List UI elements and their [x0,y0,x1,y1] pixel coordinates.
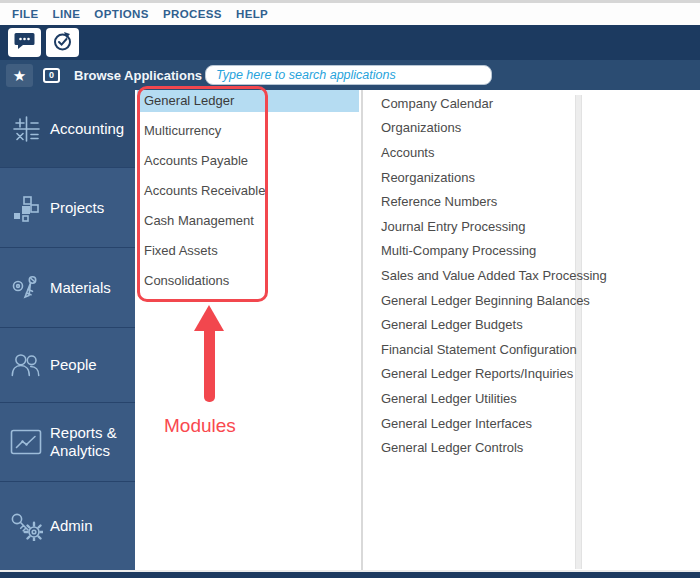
annotation-arrow-icon [194,305,224,331]
counter-badge[interactable]: 0 [43,68,60,83]
menu-item-company-calendar[interactable]: Company Calendar [363,91,575,116]
sidebar-item-label: Admin [50,517,93,535]
menu-item-organizations[interactable]: Organizations [363,116,575,141]
menu-bar: FILE LINE OPTIONS PROCESS HELP [0,3,700,25]
annotation-label: Modules [164,415,236,437]
sidebar-item-projects[interactable]: Projects [0,168,135,248]
menu-item-sales-vat-processing[interactable]: Sales and Value Added Tax Processing [363,263,575,288]
people-icon [8,351,44,379]
sidebar-item-materials[interactable]: Materials [0,248,135,328]
sidebar-item-label: People [50,356,97,374]
empty-panel [582,90,700,570]
application-window: FILE LINE OPTIONS PROCESS HELP [0,0,700,578]
panel-scrollbar[interactable] [575,95,582,569]
menu-item-financial-statement-configuration[interactable]: Financial Statement Configuration [363,337,575,362]
module-item-consolidations[interactable]: Consolidations [135,270,361,300]
module-item-multicurrency[interactable]: Multicurrency [135,120,361,150]
sidebar-item-accounting[interactable]: Accounting [0,90,135,168]
sidebar-item-label: Reports & Analytics [50,424,135,460]
menu-item-gl-utilities[interactable]: General Ledger Utilities [363,386,575,411]
modules-panel: General Ledger Multicurrency Accounts Pa… [135,90,363,570]
menu-item-journal-entry-processing[interactable]: Journal Entry Processing [363,214,575,239]
menu-item-gl-budgets[interactable]: General Ledger Budgets [363,312,575,337]
menu-item-gl-interfaces[interactable]: General Ledger Interfaces [363,411,575,436]
menu-item-gl-reports-inquiries[interactable]: General Ledger Reports/Inquiries [363,362,575,387]
menu-items-panel: Company Calendar Organizations Accounts … [363,90,575,570]
menu-item-gl-beginning-balances[interactable]: General Ledger Beginning Balances [363,288,575,313]
messages-button[interactable] [8,28,41,57]
screw-icon [8,272,44,304]
key-gear-icon [8,511,44,541]
module-item-general-ledger[interactable]: General Ledger [135,90,361,120]
module-item-fixed-assets[interactable]: Fixed Assets [135,240,361,270]
menu-line[interactable]: LINE [53,8,81,20]
menu-process[interactable]: PROCESS [163,8,222,20]
sidebar-item-people[interactable]: People [0,328,135,403]
application-bar: ★ 0 Browse Applications [0,60,700,90]
main-area: Accounting Projects [0,90,700,570]
menu-help[interactable]: HELP [236,8,268,20]
menu-item-reorganizations[interactable]: Reorganizations [363,165,575,190]
module-item-cash-management[interactable]: Cash Management [135,210,361,240]
search-input[interactable] [205,65,492,85]
sidebar-item-admin[interactable]: Admin [0,482,135,570]
menu-item-gl-controls[interactable]: General Ledger Controls [363,435,575,460]
sidebar: Accounting Projects [0,90,135,570]
sidebar-item-label: Materials [50,279,111,297]
sidebar-item-reports-analytics[interactable]: Reports & Analytics [0,403,135,482]
chat-bubble-icon [14,32,35,54]
bottom-bar [0,572,700,578]
sidebar-item-label: Projects [50,199,104,217]
menu-item-accounts[interactable]: Accounts [363,140,575,165]
menu-item-reference-numbers[interactable]: Reference Numbers [363,189,575,214]
annotation-arrow-shaft [204,329,215,402]
module-item-accounts-receivable[interactable]: Accounts Receivable [135,180,361,210]
star-icon: ★ [13,67,26,84]
schedule-check-icon [52,31,73,55]
module-item-accounts-payable[interactable]: Accounts Payable [135,150,361,180]
menu-item-multi-company-processing[interactable]: Multi-Company Processing [363,239,575,264]
browse-applications-label: Browse Applications [74,68,202,83]
sidebar-item-label: Accounting [50,120,124,138]
blocks-icon [8,192,44,224]
menu-options[interactable]: OPTIONS [94,8,149,20]
menu-file[interactable]: FILE [12,8,39,20]
chart-icon [8,428,44,456]
toolbar [0,25,700,60]
schedule-button[interactable] [46,28,79,57]
favorites-button[interactable]: ★ [6,64,33,87]
calculator-icon [8,113,44,145]
